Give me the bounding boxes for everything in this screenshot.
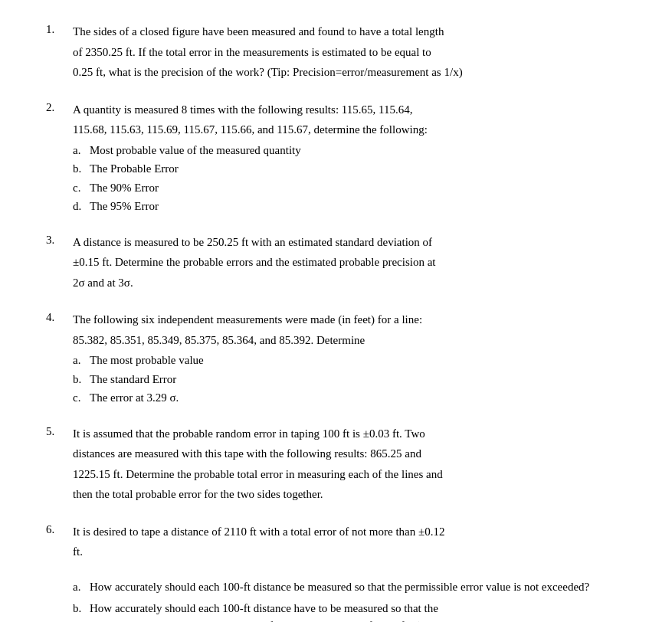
problem-3-line-1: A distance is measured to be 250.25 ft w… [73, 234, 634, 251]
problem-2-continuation: 115.68, 115.63, 115.69, 115.67, 115.66, … [73, 121, 634, 139]
problem-2-sub-b-text: The Probable Error [90, 160, 634, 178]
problem-6-sublist: a. How accurately should each 100-ft dis… [73, 578, 634, 623]
problem-1-content: The sides of a closed figure have been m… [73, 23, 634, 84]
problem-list: 1. The sides of a closed figure have bee… [46, 23, 634, 622]
problem-4-sub-c: c. The error at 3.29 σ. [73, 389, 634, 407]
problem-2-sub-c-label: c. [73, 179, 90, 197]
problem-2-sub-d-label: d. [73, 198, 90, 215]
problem-4-sub-c-label: c. [73, 389, 90, 407]
problem-2-sub-a-label: a. [73, 142, 90, 159]
problem-1-line-2: of 2350.25 ft. If the total error in the… [73, 44, 634, 61]
problem-2-sub-b-label: b. [73, 160, 90, 178]
problem-4-sub-a-label: a. [73, 352, 90, 369]
problem-4-number: 4. [46, 311, 73, 324]
problem-4-sublist: a. The most probable value b. The standa… [73, 352, 634, 407]
problem-5-line-1: It is assumed that the probable random e… [73, 425, 634, 443]
problem-3-line-2: ±0.15 ft. Determine the probable errors … [73, 254, 634, 271]
problem-2-sub-c: c. The 90% Error [73, 179, 634, 197]
problem-6-line-2: ft. [73, 543, 634, 561]
problem-6-sub-b-continuation: 90% error would not exceed ±0.18 ft in a… [90, 617, 634, 623]
problem-6: 6. It is desired to tape a distance of 2… [46, 523, 634, 623]
problem-6-sub-b: b. How accurately should each 100-ft dis… [73, 600, 634, 622]
problem-5-line-4: then the total probable error for the tw… [73, 486, 634, 503]
problem-6-line-1: It is desired to tape a distance of 2110… [73, 523, 634, 541]
problem-2-sub-d: d. The 95% Error [73, 198, 634, 215]
problem-4-sub-a-text: The most probable value [90, 352, 634, 369]
problem-6-sub-b-content: How accurately should each 100-ft distan… [90, 600, 634, 622]
problem-2-line-1: A quantity is measured 8 times with the … [73, 101, 634, 119]
problem-3: 3. A distance is measured to be 250.25 f… [46, 234, 634, 295]
problem-6-content: It is desired to tape a distance of 2110… [73, 523, 634, 623]
problem-4-sub-b-label: b. [73, 371, 90, 388]
problem-2-sub-a-text: Most probable value of the measured quan… [90, 142, 634, 159]
problem-4-continuation: 85.382, 85.351, 85.349, 85.375, 85.364, … [73, 332, 634, 349]
problem-6-sub-a-label: a. [73, 578, 90, 596]
problem-1-line-3: 0.25 ft, what is the precision of the wo… [73, 64, 634, 81]
problem-6-sub-b-label: b. [73, 600, 90, 617]
problem-2-sub-a: a. Most probable value of the measured q… [73, 142, 634, 159]
problem-2-sub-d-text: The 95% Error [90, 198, 634, 215]
problem-1-number: 1. [46, 23, 73, 36]
problem-4-line-1: The following six independent measuremen… [73, 311, 634, 329]
problem-2-sublist: a. Most probable value of the measured q… [73, 142, 634, 215]
problem-6-sub-a: a. How accurately should each 100-ft dis… [73, 578, 634, 596]
problem-3-number: 3. [46, 234, 73, 247]
problem-4-content: The following six independent measuremen… [73, 311, 634, 408]
problem-6-number: 6. [46, 523, 73, 536]
problem-5-number: 5. [46, 425, 73, 438]
problem-5-line-3: 1225.15 ft. Determine the probable total… [73, 466, 634, 483]
problem-5-line-2: distances are measured with this tape wi… [73, 445, 634, 463]
problem-4-sub-b-text: The standard Error [90, 371, 634, 388]
problem-4: 4. The following six independent measure… [46, 311, 634, 408]
problem-6-sub-a-text: How accurately should each 100-ft distan… [90, 578, 634, 596]
problem-3-line-3: 2σ and at 3σ. [73, 274, 634, 292]
problem-2-sub-b: b. The Probable Error [73, 160, 634, 178]
problem-1-line-1: The sides of a closed figure have been m… [73, 23, 634, 41]
problem-5: 5. It is assumed that the probable rando… [46, 425, 634, 506]
problem-4-sub-a: a. The most probable value [73, 352, 634, 369]
problem-2-number: 2. [46, 101, 73, 114]
problem-2-content: A quantity is measured 8 times with the … [73, 101, 634, 217]
problem-4-sub-b: b. The standard Error [73, 371, 634, 388]
problem-5-content: It is assumed that the probable random e… [73, 425, 634, 506]
problem-4-sub-c-text: The error at 3.29 σ. [90, 389, 634, 407]
problem-2: 2. A quantity is measured 8 times with t… [46, 101, 634, 217]
problem-3-content: A distance is measured to be 250.25 ft w… [73, 234, 634, 295]
problem-6-sub-b-text: How accurately should each 100-ft distan… [90, 602, 438, 614]
problem-2-sub-c-text: The 90% Error [90, 179, 634, 197]
problem-1: 1. The sides of a closed figure have bee… [46, 23, 634, 84]
